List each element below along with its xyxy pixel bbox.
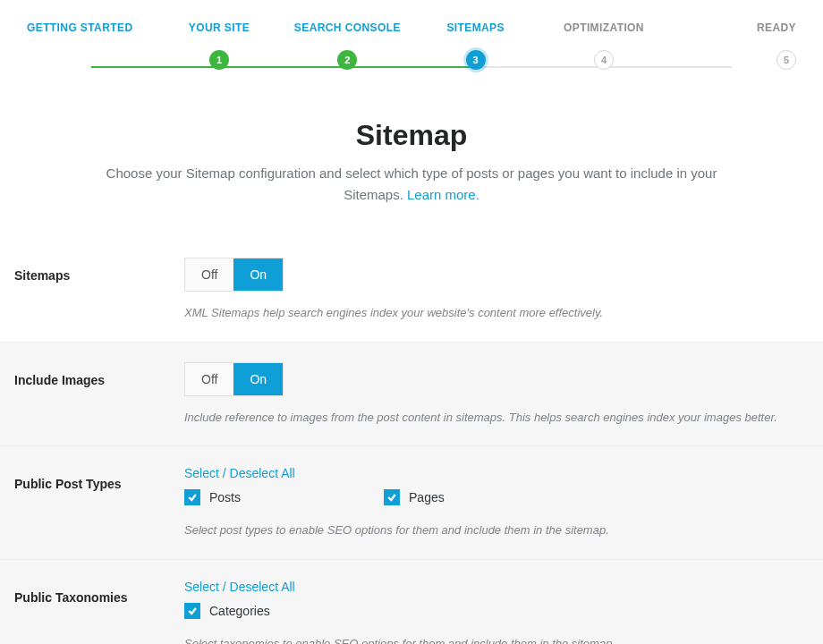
page-header: Sitemap Choose your Sitemap configuratio…	[0, 70, 823, 233]
wizard-stepper: GETTING STARTED YOUR SITE 1 SEARCH CONSO…	[0, 0, 823, 70]
section-label: Sitemaps	[14, 258, 184, 283]
help-text: Include reference to images from the pos…	[184, 409, 809, 427]
images-toggle: Off On	[184, 362, 284, 396]
sitemaps-on-button[interactable]: On	[233, 258, 283, 291]
step-label: OPTIMIZATION	[539, 21, 667, 34]
step-optimization[interactable]: OPTIMIZATION 4	[539, 21, 667, 70]
section-public-post-types: Public Post Types Select / Deselect All …	[0, 445, 823, 559]
step-label: GETTING STARTED	[27, 21, 155, 34]
help-text: XML Sitemaps help search engines index y…	[184, 304, 809, 322]
section-sitemaps: Sitemaps Off On XML Sitemaps help search…	[0, 238, 823, 342]
checkbox-label: Categories	[209, 604, 270, 618]
step-number-icon: 1	[209, 50, 229, 70]
help-text: Select taxonomies to enable SEO options …	[184, 635, 809, 645]
step-getting-started[interactable]: GETTING STARTED	[27, 21, 155, 70]
section-label: Public Taxonomies	[14, 580, 184, 605]
step-label: SITEMAPS	[412, 21, 539, 34]
select-deselect-all-link[interactable]: Select / Deselect All	[184, 580, 295, 594]
checkbox-posts[interactable]: Posts	[184, 489, 241, 505]
section-include-images: Include Images Off On Include reference …	[0, 342, 823, 446]
checkbox-categories[interactable]: Categories	[184, 603, 270, 619]
checkbox-label: Pages	[409, 490, 445, 504]
step-sitemaps[interactable]: SITEMAPS 3	[412, 21, 539, 70]
step-your-site[interactable]: YOUR SITE 1	[155, 21, 283, 70]
select-deselect-all-link[interactable]: Select / Deselect All	[184, 466, 295, 480]
images-off-button[interactable]: Off	[185, 363, 233, 395]
section-public-taxonomies: Public Taxonomies Select / Deselect All …	[0, 559, 823, 645]
check-icon	[184, 603, 200, 619]
checkbox-label: Posts	[209, 490, 241, 504]
step-ready[interactable]: READY 5	[668, 21, 796, 70]
check-icon	[184, 489, 200, 505]
page-description: Choose your Sitemap configuration and se…	[89, 163, 734, 206]
section-label: Include Images	[14, 362, 184, 387]
page-title: Sitemap	[36, 119, 787, 152]
step-number-icon: 4	[594, 50, 614, 70]
sitemaps-toggle: Off On	[184, 258, 284, 292]
step-number-icon: 5	[776, 50, 796, 70]
step-label: YOUR SITE	[155, 21, 283, 34]
help-text: Select post types to enable SEO options …	[184, 521, 809, 539]
check-icon	[384, 489, 400, 505]
images-on-button[interactable]: On	[233, 363, 283, 395]
step-search-console[interactable]: SEARCH CONSOLE 2	[284, 21, 412, 70]
step-label: SEARCH CONSOLE	[284, 21, 412, 34]
step-label: READY	[668, 21, 796, 34]
checkbox-pages[interactable]: Pages	[384, 489, 445, 505]
section-label: Public Post Types	[14, 466, 184, 491]
step-number-icon: 3	[466, 50, 486, 70]
learn-more-link[interactable]: Learn more.	[407, 187, 479, 202]
sitemaps-off-button[interactable]: Off	[185, 258, 233, 291]
